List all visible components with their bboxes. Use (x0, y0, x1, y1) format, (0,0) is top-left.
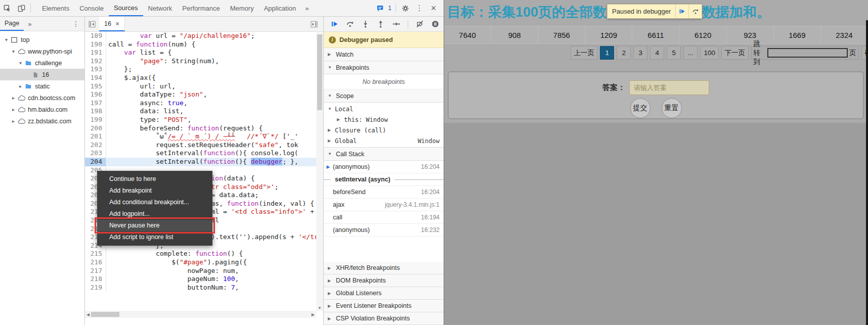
code-line[interactable]: 201 ˚ω˚/= / ` m ´) / ~┴┴ //*´∇`*/ ['_' (85, 132, 316, 141)
code-line[interactable]: 219 buttonNum: 7, (85, 284, 316, 292)
page-ellipsis-button[interactable]: ... (683, 46, 698, 60)
line-number[interactable]: 196 (85, 90, 106, 99)
code-line[interactable]: 196 dataType: "json", (85, 90, 316, 99)
line-number[interactable]: 203 (85, 149, 106, 158)
line-number[interactable]: 191 (85, 49, 106, 57)
tree-item-static[interactable]: ▸static (0, 80, 84, 92)
triangle-down-icon[interactable]: ▾ (3, 37, 10, 42)
step-icon[interactable] (392, 20, 400, 28)
resume-icon[interactable] (331, 20, 338, 28)
tree-item-challenge[interactable]: ▾challenge (0, 57, 84, 69)
code-line[interactable]: 198 data: list, (85, 107, 316, 116)
show-debugger-icon[interactable] (307, 18, 321, 31)
navigator-kebab-icon[interactable]: ⋮ (72, 20, 79, 28)
call-stack-frame[interactable]: call16:194 (324, 211, 444, 224)
page-button-1[interactable]: 1 (600, 46, 614, 60)
page-button-5[interactable]: 5 (667, 46, 681, 60)
tab-performance[interactable]: Performance (177, 0, 225, 16)
tab-sources[interactable]: Sources (109, 0, 143, 16)
call-stack-frame[interactable]: ajaxjquery-3.4.1.min.js:1 (324, 199, 444, 211)
console-messages-icon[interactable] (373, 2, 387, 15)
triangle-down-icon[interactable]: ▾ (10, 49, 17, 54)
scrollbar-thumb[interactable] (91, 312, 119, 317)
tree-item-cdn-bootcss-com[interactable]: ▸cdn.bootcss.com (0, 92, 84, 104)
section-call-stack[interactable]: ▼ Call Stack (324, 148, 444, 161)
scope-row[interactable]: ▶Closure (call) (324, 125, 444, 135)
line-number[interactable]: 190 (85, 40, 106, 49)
gear-icon[interactable] (398, 2, 412, 15)
reset-button[interactable]: 重置 (662, 98, 682, 118)
page-button-3[interactable]: 3 (633, 46, 647, 60)
tab-close-icon[interactable]: × (115, 20, 119, 28)
tab-elements[interactable]: Elements (37, 0, 74, 16)
context-menu-item-add-breakpoint[interactable]: Add breakpoint (97, 185, 212, 197)
line-number[interactable]: 204 (85, 158, 106, 166)
context-menu-item-add-conditional-breakpoint[interactable]: Add conditional breakpoint... (97, 197, 212, 208)
context-menu-item-add-script-to-ignore-list[interactable]: Add script to ignore list (97, 231, 212, 243)
vertical-scrollbar[interactable]: ▼ (316, 32, 323, 311)
page-button-4[interactable]: 4 (650, 46, 664, 60)
section-scope[interactable]: ▼ Scope (324, 89, 444, 103)
code-line[interactable]: 189 var url = "/api/challenge16"; (85, 32, 316, 40)
toast-resume-icon[interactable] (675, 5, 688, 18)
scrollbar-thumb[interactable] (317, 34, 322, 110)
line-number[interactable]: 189 (85, 32, 106, 40)
prev-page-button[interactable]: 上一页 (571, 46, 597, 60)
deactivate-breakpoints-icon[interactable] (416, 20, 424, 28)
scope-row[interactable]: ▼Local (324, 104, 444, 114)
close-icon[interactable]: × (426, 2, 441, 15)
code-line[interactable]: 199 type: "POST", (85, 116, 316, 124)
horizontal-scrollbar[interactable]: ◀ ▶ (85, 311, 316, 318)
more-tabs-icon[interactable]: » (301, 5, 313, 12)
code-line[interactable]: 202 request.setRequestHeader("safe", tok (85, 141, 316, 150)
code-line[interactable]: 195 url: url, (85, 82, 316, 91)
line-number[interactable]: 197 (85, 99, 106, 108)
navigator-tab-page[interactable]: Page (0, 17, 24, 31)
tree-item-www-python-spi[interactable]: ▾www.python-spi (0, 45, 84, 57)
line-number[interactable]: 200 (85, 124, 106, 133)
code-line[interactable]: 204 setInterval(function(){ debugger; }, (85, 158, 316, 166)
context-menu-item-continue-to-here[interactable]: Continue to here (97, 173, 212, 185)
triangle-right-icon[interactable]: ▸ (10, 118, 17, 124)
tree-item-zz-bdstatic-com[interactable]: ▸zz.bdstatic.com (0, 115, 84, 127)
tab-application[interactable]: Application (259, 0, 301, 16)
navigator-more-icon[interactable]: » (24, 20, 35, 28)
line-number[interactable]: 216 (85, 258, 106, 267)
triangle-right-icon[interactable]: ▸ (10, 95, 17, 101)
code-line[interactable]: 192 "page": String(num), (85, 57, 316, 66)
code-line[interactable]: 216 $("#page").paging({ (85, 258, 316, 267)
next-page-button[interactable]: 下一页 (721, 46, 748, 60)
scope-row[interactable]: ▶GlobalWindow (324, 135, 444, 146)
device-toolbar-icon[interactable] (14, 2, 28, 15)
line-number[interactable]: 194 (85, 74, 106, 82)
code-line[interactable]: 218 pageNum: 100, (85, 275, 316, 284)
inspect-icon[interactable] (0, 2, 14, 15)
section-dom-breakpoints[interactable]: ▶DOM Breakpoints (324, 274, 444, 287)
line-number[interactable]: 199 (85, 116, 106, 124)
scroll-down-icon[interactable]: ▼ (316, 306, 323, 310)
line-number[interactable]: 198 (85, 107, 106, 116)
code-line[interactable]: 191 var list = { (85, 49, 316, 57)
line-number[interactable]: 215 (85, 250, 106, 258)
code-line[interactable]: 194 $.ajax({ (85, 74, 316, 82)
page-button-100[interactable]: 100 (700, 46, 719, 60)
scroll-right-icon[interactable]: ▶ (310, 312, 316, 317)
triangle-right-icon[interactable]: ▸ (10, 107, 17, 112)
code-line[interactable]: 190call = function(num) { (85, 40, 316, 49)
line-number[interactable]: 218 (85, 275, 106, 284)
step-out-icon[interactable] (377, 20, 384, 28)
toast-step-over-icon[interactable] (688, 5, 702, 18)
line-number[interactable]: 195 (85, 82, 106, 91)
tree-item-top[interactable]: ▾top (0, 34, 84, 45)
section-breakpoints[interactable]: ▼ Breakpoints (324, 61, 444, 74)
line-number[interactable]: 201 (85, 132, 106, 141)
tab-network[interactable]: Network (143, 0, 178, 16)
jump-page-input[interactable] (767, 48, 848, 58)
code-line[interactable]: 193 }; (85, 65, 316, 74)
hide-navigator-icon[interactable] (85, 18, 99, 31)
code-line[interactable]: 200 beforeSend: function(request) { (85, 124, 316, 133)
tab-console[interactable]: Console (74, 0, 109, 16)
scope-row[interactable]: ▶this: Window (324, 114, 444, 125)
line-number[interactable]: 202 (85, 141, 106, 150)
call-stack-frame[interactable]: ▶(anonymous)16:204 (324, 161, 444, 173)
